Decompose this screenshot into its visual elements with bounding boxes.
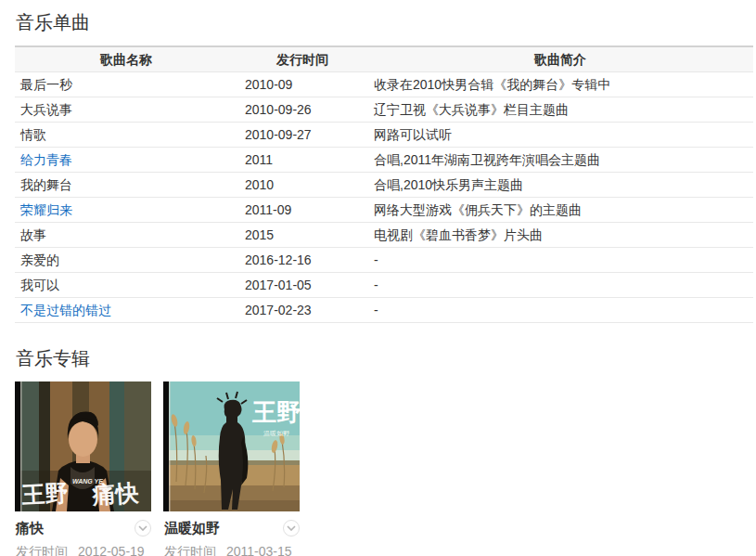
song-intro-cell: 电视剧《碧血书香梦》片头曲 [367,223,753,248]
release-date: 2012-05-19 [78,544,145,556]
album-title-row: 痛快 [15,520,151,537]
header-song-name: 歌曲名称 [15,46,237,72]
song-name-cell: 我可以 [15,273,237,298]
albums-row: 王野 痛快 WANG YE 痛快 [15,381,753,556]
table-row: 亲爱的 2016-12-16 - [15,248,753,273]
song-intro-cell: - [367,298,753,323]
song-name-cell: 亲爱的 [15,248,237,273]
song-link[interactable]: 荣耀归来 [20,202,72,217]
song-date-cell: 2011 [237,148,367,173]
song-intro-cell: 网路可以试听 [367,123,753,148]
song-name-cell: 不是过错的错过 [15,298,237,323]
album-expand-button[interactable] [135,520,151,537]
singles-section-title: 音乐单曲 [15,9,753,45]
song-date-cell: 2015 [237,223,367,248]
cover-small-text: 温暖如野 [263,430,289,437]
song-intro-cell: 网络大型游戏《佣兵天下》的主题曲 [367,198,753,223]
table-row: 荣耀归来 2011-09 网络大型游戏《佣兵天下》的主题曲 [15,198,753,223]
album-cover-image[interactable]: 王野 温暖如野 [163,381,300,511]
song-name-cell: 情歌 [15,123,237,148]
song-intro-cell: 合唱,2010快乐男声主题曲 [367,173,753,198]
song-date-cell: 2010-09 [237,72,367,97]
profile-music-page: 音乐单曲 歌曲名称 发行时间 歌曲简介 最后一秒 2010-09 收录在2010… [0,0,756,556]
song-name-cell: 荣耀归来 [15,198,237,223]
chevron-down-icon [287,525,296,531]
song-intro-cell: 合唱,2011年湖南卫视跨年演唱会主题曲 [367,148,753,173]
singles-table-body: 最后一秒 2010-09 收录在2010快男合辑《我的舞台》专辑中 大兵说事 2… [15,72,753,323]
song-name-cell: 故事 [15,223,237,248]
header-song-intro: 歌曲简介 [367,46,753,72]
album-expand-button[interactable] [283,520,300,537]
song-date-cell: 2016-12-16 [237,248,367,273]
song-date-cell: 2010-09-26 [237,97,367,123]
song-link[interactable]: 不是过错的错过 [20,303,111,317]
song-name-cell: 给力青春 [15,148,237,173]
album-title-row: 温暖如野 [163,520,300,537]
song-date-cell: 2010-09-27 [237,123,367,148]
albums-section: 音乐专辑 [15,345,753,556]
table-row: 我的舞台 2010 合唱,2010快乐男声主题曲 [15,173,753,198]
album-cover-art: 王野 痛快 WANG YE [15,381,151,511]
release-date: 2011-03-15 [226,544,292,556]
table-row: 大兵说事 2010-09-26 辽宁卫视《大兵说事》栏目主题曲 [15,97,753,123]
singles-table: 歌曲名称 发行时间 歌曲简介 最后一秒 2010-09 收录在2010快男合辑《… [15,45,753,323]
albums-section-title: 音乐专辑 [15,345,753,381]
album-release-row: 发行时间 2012-05-19 [15,544,151,556]
cover-latin-text: WANG YE [72,478,103,485]
album-title: 温暖如野 [164,520,220,537]
table-row: 情歌 2010-09-27 网路可以试听 [15,123,753,148]
song-date-cell: 2017-01-05 [237,273,367,298]
header-release-date: 发行时间 [237,46,367,72]
song-name-cell: 我的舞台 [15,173,237,198]
chevron-down-icon [138,525,147,531]
album-cover-image[interactable]: 王野 痛快 WANG YE [15,381,151,511]
song-date-cell: 2017-02-23 [237,298,367,323]
album-cover-art: 王野 温暖如野 [163,381,300,511]
release-label: 发行时间 [164,544,216,556]
song-date-cell: 2010 [237,173,367,198]
table-row: 不是过错的错过 2017-02-23 - [15,298,753,323]
cover-artist-calligraphy: 王野 [251,398,300,426]
song-name-cell: 最后一秒 [15,72,237,97]
song-date-cell: 2011-09 [237,198,367,223]
album-release-row: 发行时间 2011-03-15 [163,544,300,556]
album-card: 王野 痛快 WANG YE 痛快 [15,381,151,556]
song-intro-cell: - [367,273,753,298]
release-label: 发行时间 [16,544,68,556]
table-row: 我可以 2017-01-05 - [15,273,753,298]
song-link[interactable]: 给力青春 [20,152,72,167]
table-row: 故事 2015 电视剧《碧血书香梦》片头曲 [15,223,753,248]
table-row: 给力青春 2011 合唱,2011年湖南卫视跨年演唱会主题曲 [15,148,753,173]
song-intro-cell: 收录在2010快男合辑《我的舞台》专辑中 [367,72,753,97]
song-name-cell: 大兵说事 [15,97,237,123]
cover-artist-calligraphy: 王野 [20,479,69,508]
table-row: 最后一秒 2010-09 收录在2010快男合辑《我的舞台》专辑中 [15,72,753,97]
album-title: 痛快 [16,520,44,537]
song-intro-cell: - [367,248,753,273]
album-card: 王野 温暖如野 温暖如野 发行时间 [163,381,300,556]
singles-table-head: 歌曲名称 发行时间 歌曲简介 [15,46,753,72]
song-intro-cell: 辽宁卫视《大兵说事》栏目主题曲 [367,97,753,123]
singles-section: 音乐单曲 歌曲名称 发行时间 歌曲简介 最后一秒 2010-09 收录在2010… [15,9,753,323]
table-header-row: 歌曲名称 发行时间 歌曲简介 [15,46,753,72]
